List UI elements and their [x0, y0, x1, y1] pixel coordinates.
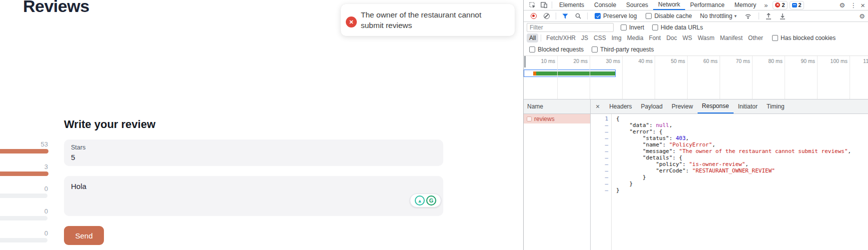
token-str: "RESTAURANT_OWNER_REVIEW" [692, 168, 775, 174]
token-pu: : [673, 148, 679, 154]
review-textarea[interactable]: Hola ▴ G [64, 176, 443, 216]
filter-chip-js[interactable]: JS [579, 34, 591, 42]
response-json-code[interactable]: { "data": null, "error": { "status": 403… [612, 114, 868, 250]
close-devtools-icon[interactable]: × [859, 1, 868, 10]
settings-gear-icon[interactable]: ⚙ [837, 2, 849, 9]
detail-tab-response[interactable]: Response [698, 100, 734, 114]
filter-chip-doc[interactable]: Doc [664, 34, 679, 42]
timeline-gridline [687, 56, 688, 99]
request-name: reviews [534, 116, 555, 122]
filter-chip-wasm[interactable]: Wasm [695, 34, 717, 42]
toast-message: The owner of the restaurant cannot submi… [361, 10, 481, 30]
waterfall-queue-segment [525, 72, 533, 76]
export-har-icon[interactable] [776, 13, 789, 20]
invert-checkbox[interactable]: Invert [621, 24, 644, 31]
request-row-reviews[interactable]: reviews [524, 114, 590, 124]
separator [587, 12, 588, 20]
token-pu: } [616, 187, 620, 194]
network-conditions-icon[interactable] [741, 14, 756, 19]
timeline-tick-label: 100 ms [820, 58, 848, 64]
error-badge-icon: ✕ [775, 2, 780, 8]
token-key: "status" [643, 135, 669, 142]
timeline-gridline [557, 56, 558, 99]
filter-chip-other[interactable]: Other [746, 34, 766, 42]
timeline-tick-label: 60 ms [690, 58, 718, 64]
inspect-element-icon[interactable] [527, 2, 538, 8]
send-button[interactable]: Send [64, 226, 104, 245]
name-column-header[interactable]: Name [524, 100, 591, 114]
rating-count: 0 [0, 185, 48, 193]
preserve-log-checkbox[interactable]: Preserve log [595, 12, 637, 20]
filter-chip-fetchxhr[interactable]: Fetch/XHR [544, 34, 578, 42]
devtools-tab-sources[interactable]: Sources [621, 0, 653, 10]
detail-tab-headers[interactable]: Headers [605, 100, 636, 114]
devtools-tab-memory[interactable]: Memory [730, 0, 761, 10]
token-key: "data" [630, 122, 650, 128]
filter-chip-manifest[interactable]: Manifest [718, 34, 745, 42]
timeline-origin-tick [524, 56, 526, 68]
request-table-header: Name × HeadersPayloadPreviewResponseInit… [524, 99, 868, 114]
timeline-gridline [655, 56, 655, 99]
token-pu [616, 154, 643, 161]
throttling-value: No throttling [700, 12, 733, 20]
blocked-requests-checkbox[interactable]: Blocked requests [529, 46, 584, 53]
separator [759, 12, 759, 20]
timeline-tick-label: 110 ms [852, 58, 868, 64]
issues-badge-icon [792, 3, 797, 8]
filter-chip-media[interactable]: Media [625, 34, 646, 42]
rating-bar [0, 238, 47, 242]
search-icon[interactable] [572, 13, 584, 19]
line-marker: – [591, 174, 611, 180]
token-pu: , [712, 142, 716, 148]
filter-funnel-icon[interactable] [559, 14, 571, 19]
grammarly-widget[interactable]: ▴ G [410, 194, 441, 208]
close-detail-pane-icon[interactable]: × [591, 100, 605, 114]
menu-dots-icon[interactable]: ⋮ [848, 2, 859, 9]
timeline-tick-label: 90 ms [787, 58, 815, 64]
disable-cache-checkbox[interactable]: Disable cache [646, 12, 692, 20]
request-list: reviews [524, 114, 591, 250]
devtools-tab-elements[interactable]: Elements [554, 0, 589, 10]
filter-chip-all[interactable]: All [527, 34, 538, 42]
chevron-down-icon: ▾ [734, 14, 737, 18]
filter-chip-ws[interactable]: WS [680, 34, 695, 42]
more-tabs-icon[interactable]: » [761, 2, 771, 9]
error-count-badge[interactable]: ✕ 2 [773, 1, 787, 10]
has-blocked-cookies-checkbox[interactable]: Has blocked cookies [772, 34, 836, 42]
devtools-tab-performance[interactable]: Performance [685, 0, 730, 10]
rating-bar [0, 149, 48, 154]
token-pu [616, 128, 630, 135]
throttling-dropdown[interactable]: No throttling ▾ [700, 12, 737, 20]
devtools-tab-console[interactable]: Console [589, 0, 621, 10]
filter-input[interactable] [527, 23, 614, 32]
issues-count-badge[interactable]: 2 [790, 1, 804, 10]
detail-tab-timing[interactable]: Timing [762, 100, 789, 114]
token-key: "name" [643, 142, 663, 148]
devtools-tab-network[interactable]: Network [653, 0, 685, 10]
timeline-selection[interactable] [524, 70, 616, 77]
record-network-log-icon[interactable] [531, 13, 537, 19]
checkbox-checked [595, 13, 601, 19]
filter-chip-font[interactable]: Font [646, 34, 663, 42]
rating-bar [0, 172, 48, 176]
third-party-requests-checkbox[interactable]: Third-party requests [592, 46, 654, 53]
detail-tab-initiator[interactable]: Initiator [734, 100, 762, 114]
device-toolbar-icon[interactable] [538, 2, 550, 8]
devtools-tab-strip: ElementsConsoleSourcesNetworkPerformance… [554, 0, 761, 10]
line-marker: 1 [591, 116, 611, 122]
network-settings-gear-icon[interactable]: ⚙ [856, 12, 868, 20]
token-pu [616, 148, 643, 154]
import-har-icon[interactable] [762, 13, 775, 20]
stars-field[interactable]: Stars 5 [64, 140, 443, 166]
detail-tab-payload[interactable]: Payload [637, 100, 667, 114]
hide-data-urls-checkbox[interactable]: Hide data URLs [652, 24, 703, 31]
filter-chip-css[interactable]: CSS [591, 34, 609, 42]
code-line: "name": "PolicyError", [616, 142, 868, 148]
checkbox-unchecked [652, 24, 658, 30]
grammarly-icon[interactable]: G [426, 196, 436, 206]
network-timeline-overview[interactable]: 10 ms20 ms30 ms40 ms50 ms60 ms70 ms80 ms… [524, 56, 868, 99]
grammarly-tone-icon[interactable]: ▴ [415, 196, 425, 206]
filter-chip-img[interactable]: Img [609, 34, 624, 42]
clear-network-log-icon[interactable] [544, 13, 550, 19]
detail-tab-preview[interactable]: Preview [667, 100, 698, 114]
